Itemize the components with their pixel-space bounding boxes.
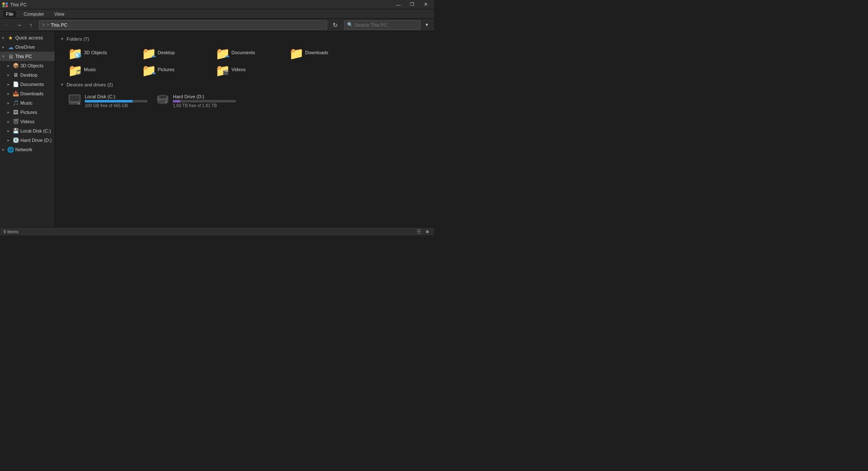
- sidebar-item-videos[interactable]: ► 🎬 Videos: [0, 117, 55, 126]
- title-bar-left: This PC: [2, 1, 27, 8]
- svg-rect-0: [3, 3, 5, 5]
- local-disk-c-bar-bg: [85, 100, 147, 103]
- drive-item-hard-drive-d[interactable]: Hard Drive (D:) 1.60 TB free of 1.81 TB: [153, 91, 238, 111]
- pictures-icon: 🖼: [12, 109, 19, 115]
- search-options-button[interactable]: ▼: [421, 19, 432, 30]
- svg-point-12: [166, 101, 167, 103]
- chevron-icon: ►: [7, 83, 11, 86]
- sidebar-item-desktop[interactable]: ► 🖥 Desktop: [0, 70, 55, 80]
- tab-view[interactable]: View: [52, 11, 67, 17]
- chevron-icon: ►: [7, 111, 11, 114]
- search-input[interactable]: [355, 22, 417, 28]
- folder-item-videos[interactable]: 📁 🎬 Videos: [213, 62, 285, 77]
- folder-item-documents[interactable]: 📁 ☁ Documents: [213, 45, 285, 60]
- address-bar[interactable]: > > This PC: [39, 20, 327, 30]
- chevron-icon: ►: [7, 64, 11, 68]
- svg-point-11: [159, 95, 167, 98]
- search-bar[interactable]: 🔍: [344, 20, 420, 30]
- hard-drive-d-bar-bg: [173, 100, 236, 103]
- hard-drive-d-icon: 💽: [12, 137, 19, 143]
- tab-file[interactable]: File: [3, 11, 16, 17]
- sidebar-label-network: Network: [15, 147, 32, 152]
- folder-onedrive-badge: ☁: [225, 53, 230, 58]
- hard-drive-d-space: 1.60 TB free of 1.81 TB: [173, 103, 236, 108]
- chevron-icon: ►: [7, 139, 11, 142]
- forward-button[interactable]: →: [14, 19, 25, 30]
- folder-icon-wrapper: 📁 🎵: [68, 64, 81, 75]
- sidebar-label-local-disk-c: Local Disk (C:): [20, 128, 51, 133]
- folder-icon-wrapper: 📁 ☁: [142, 64, 155, 75]
- chevron-icon: ►: [2, 148, 6, 152]
- view-tiles-button[interactable]: ■: [424, 228, 431, 235]
- folder-name-documents: Documents: [231, 50, 255, 55]
- sidebar-item-documents[interactable]: ► 📄 Documents: [0, 80, 55, 89]
- folder-item-3d-objects[interactable]: 📁 🧊 3D Objects: [65, 45, 137, 60]
- chevron-icon: ►: [7, 101, 11, 105]
- sidebar-label-documents: Documents: [20, 82, 44, 87]
- close-button[interactable]: ✕: [419, 0, 432, 9]
- folder-item-music[interactable]: 📁 🎵 Music: [65, 62, 137, 77]
- local-disk-c-bar-fill: [85, 100, 133, 103]
- title-bar: This PC — ❐ ✕: [0, 0, 434, 9]
- chevron-icon: ▼: [2, 55, 6, 58]
- sidebar-item-downloads[interactable]: ► 📥 Downloads: [0, 89, 55, 98]
- back-button[interactable]: ←: [2, 19, 13, 30]
- folder-icon-wrapper: 📁 🧊: [68, 47, 81, 58]
- sidebar-item-hard-drive-d[interactable]: ► 💽 Hard Drive (D:): [0, 136, 55, 145]
- folder-name-desktop: Desktop: [158, 50, 175, 55]
- sidebar-label-onedrive: OneDrive: [15, 44, 35, 50]
- maximize-button[interactable]: ❐: [405, 0, 419, 9]
- folder-3d-badge: 🧊: [75, 52, 81, 58]
- title-bar-controls: — ❐ ✕: [392, 0, 432, 9]
- tab-computer[interactable]: Computer: [21, 11, 47, 17]
- folder-icon-wrapper: 📁 ☁: [215, 47, 229, 58]
- address-bar-path: This PC: [51, 22, 67, 28]
- drive-item-local-disk-c[interactable]: Local Disk (C:) 109 GB free of 465 GB: [65, 91, 150, 111]
- refresh-button[interactable]: ↻: [330, 19, 341, 30]
- sidebar-label-this-pc: This PC: [15, 54, 32, 59]
- folder-music-badge: 🎵: [75, 69, 81, 75]
- svg-rect-3: [6, 5, 8, 7]
- sidebar-label-hard-drive-d: Hard Drive (D:): [20, 138, 52, 143]
- folder-item-downloads[interactable]: 📁 Downloads: [287, 45, 359, 60]
- quick-access-icon: ★: [7, 35, 14, 41]
- folder-item-desktop[interactable]: 📁 ☁ Desktop: [139, 45, 211, 60]
- toolbar: ← → ↑ > > This PC ↻ 🔍 ▼: [0, 19, 434, 31]
- sidebar-item-music[interactable]: ► 🎵 Music: [0, 98, 55, 108]
- sidebar-item-3d-objects[interactable]: ► 📦 3D Objects: [0, 61, 55, 70]
- sidebar-item-this-pc[interactable]: ▼ 🖥 This PC: [0, 52, 55, 61]
- sidebar-label-videos: Videos: [20, 119, 34, 124]
- folder-name-downloads: Downloads: [305, 50, 328, 55]
- local-disk-c-name: Local Disk (C:): [85, 94, 147, 99]
- content-area: ▼ Folders (7) 📁 🧊 3D Objects 📁 ☁ Desktop: [55, 31, 434, 227]
- minimize-button[interactable]: —: [392, 0, 405, 9]
- drives-chevron[interactable]: ▼: [60, 83, 64, 87]
- sidebar-item-network[interactable]: ► 🌐 Network: [0, 145, 55, 154]
- desktop-icon: 🖥: [12, 72, 19, 78]
- sidebar-item-pictures[interactable]: ► 🖼 Pictures: [0, 108, 55, 117]
- sidebar-label-music: Music: [20, 100, 33, 105]
- this-pc-icon: 🖥: [7, 53, 14, 60]
- folder-item-pictures[interactable]: 📁 ☁ Pictures: [139, 62, 211, 77]
- sidebar-item-quick-access[interactable]: ► ★ Quick access: [0, 33, 55, 42]
- local-disk-c-icon: 💾: [12, 128, 19, 134]
- sidebar-item-onedrive[interactable]: ► ☁ OneDrive: [0, 42, 55, 52]
- folder-icon-wrapper: 📁 ☁: [142, 47, 155, 58]
- sidebar-label-quick-access: Quick access: [15, 35, 43, 40]
- sidebar-item-local-disk-c[interactable]: ► 💾 Local Disk (C:): [0, 126, 55, 136]
- hard-drive-d-name: Hard Drive (D:): [173, 94, 236, 99]
- folder-icon: 📁: [289, 47, 304, 60]
- view-details-button[interactable]: ☰: [415, 228, 422, 235]
- drives-section: Local Disk (C:) 109 GB free of 465 GB: [65, 91, 429, 111]
- folder-name-3d-objects: 3D Objects: [84, 50, 107, 55]
- folders-section-header: ▼ Folders (7): [60, 36, 429, 42]
- folder-name-pictures: Pictures: [158, 67, 175, 72]
- folder-icon-wrapper: 📁: [289, 47, 303, 58]
- chevron-icon: ►: [7, 92, 11, 96]
- folders-chevron[interactable]: ▼: [60, 37, 64, 41]
- up-button[interactable]: ↑: [25, 19, 36, 30]
- title-bar-title: This PC: [10, 2, 27, 7]
- svg-rect-2: [3, 5, 5, 7]
- chevron-icon: ►: [7, 120, 11, 124]
- address-bar-sep: >: [47, 22, 49, 27]
